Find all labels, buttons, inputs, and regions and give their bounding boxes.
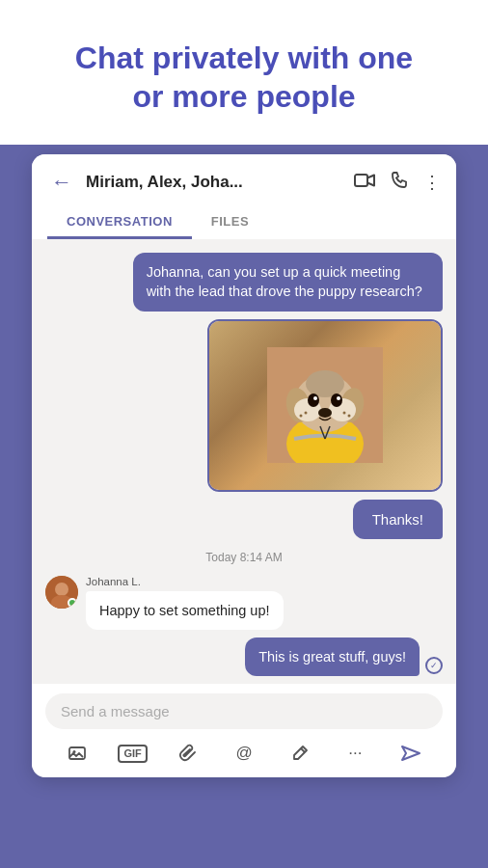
svg-point-14 [305,412,308,415]
chat-title: Miriam, Alex, Joha... [86,173,344,192]
more-options-icon[interactable]: ⋮ [423,172,441,193]
svg-point-13 [318,408,332,418]
tab-files[interactable]: FILES [192,206,268,239]
message-sent-1: Johanna, can you set up a quick meeting … [133,253,443,312]
svg-point-16 [343,412,346,415]
chat-area: Johanna, can you set up a quick meeting … [32,239,456,684]
message-received: Happy to set something up! [86,591,284,630]
more-tool-icon[interactable]: ··· [328,740,384,767]
svg-point-17 [348,415,351,418]
message-image [207,319,443,492]
svg-point-9 [308,393,319,407]
svg-point-6 [306,370,344,397]
pen-tool-icon[interactable] [272,740,328,767]
svg-point-11 [313,396,317,400]
sender-name: Johanna L. [86,576,284,587]
image-tool-icon[interactable] [49,740,105,767]
send-button[interactable] [383,739,439,768]
app-card: ← Miriam, Alex, Joha... ⋮ [32,154,456,777]
svg-point-21 [55,583,68,596]
headline-text: Chat privately with one or more people [39,39,449,116]
message-sent-2: Thanks! [353,500,443,539]
attach-tool-icon[interactable] [160,740,216,767]
seen-status-icon [425,657,443,674]
app-header: ← Miriam, Alex, Joha... ⋮ [32,154,456,239]
message-input[interactable]: Send a message [45,693,443,729]
tab-conversation[interactable]: CONVERSATION [47,206,192,239]
phone-call-icon[interactable] [391,172,408,194]
gif-tool-button[interactable]: GIF [105,741,161,767]
timestamp: Today 8:14 AM [45,551,443,564]
mention-tool-icon[interactable]: @ [216,740,272,767]
message-sent-3: This is great stuff, guys! [245,637,420,676]
phone-container: ← Miriam, Alex, Joha... ⋮ [0,145,488,868]
svg-point-15 [300,415,303,418]
headline-area: Chat privately with one or more people [0,0,488,145]
back-button[interactable]: ← [47,168,76,197]
svg-point-10 [331,393,342,407]
received-row: Johanna L. Happy to set something up! [45,576,443,630]
svg-rect-0 [355,175,367,186]
online-indicator [68,598,77,608]
avatar [45,576,78,609]
svg-point-12 [337,396,340,400]
input-area: Send a message GIF @ [32,684,456,777]
video-call-icon[interactable] [354,173,375,193]
